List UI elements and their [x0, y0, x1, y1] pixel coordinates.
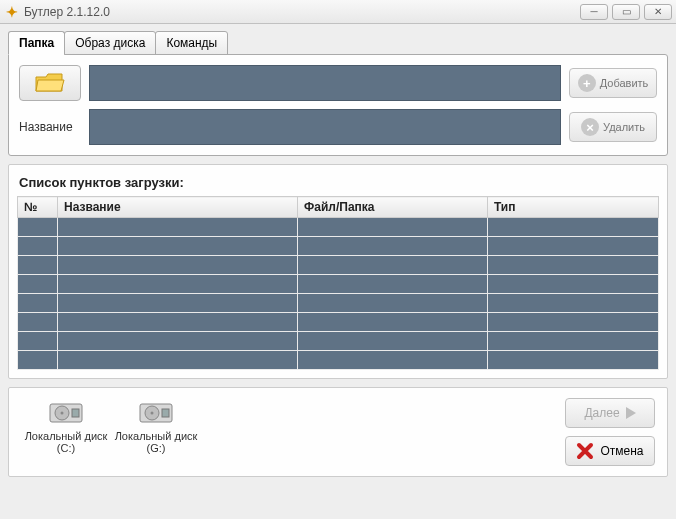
cancel-button[interactable]: Отмена	[565, 436, 655, 466]
hdd-icon	[138, 398, 174, 426]
table-row[interactable]	[18, 313, 659, 332]
delete-button[interactable]: × Удалить	[569, 112, 657, 142]
disk-g[interactable]: Локальный диск (G:)	[111, 398, 201, 454]
close-button[interactable]: ✕	[644, 4, 672, 20]
browse-folder-button[interactable]	[19, 65, 81, 101]
delete-icon: ×	[581, 118, 599, 136]
tab-commands[interactable]: Команды	[155, 31, 228, 55]
name-label: Название	[19, 120, 81, 134]
svg-rect-7	[162, 409, 169, 417]
name-input[interactable]	[89, 109, 561, 145]
next-button-label: Далее	[584, 406, 619, 420]
maximize-button[interactable]: ▭	[612, 4, 640, 20]
main-panel: + Добавить Название × Удалить	[8, 54, 668, 156]
app-icon: ✦	[4, 4, 20, 20]
header-type[interactable]: Тип	[488, 197, 659, 218]
disk-label: Локальный диск (G:)	[111, 430, 201, 454]
cancel-button-label: Отмена	[600, 444, 643, 458]
add-button[interactable]: + Добавить	[569, 68, 657, 98]
header-file[interactable]: Файл/Папка	[298, 197, 488, 218]
svg-point-6	[151, 412, 154, 415]
boot-list-table[interactable]: № Название Файл/Папка Тип	[17, 196, 659, 370]
table-row[interactable]	[18, 332, 659, 351]
table-row[interactable]	[18, 351, 659, 370]
disks-group: Локальный диск (C:) Локальный диск (G:) …	[8, 387, 668, 477]
add-icon: +	[578, 74, 596, 92]
list-group: Список пунктов загрузки: № Название Файл…	[8, 164, 668, 379]
minimize-button[interactable]: ─	[580, 4, 608, 20]
folder-icon	[34, 71, 66, 95]
add-button-label: Добавить	[600, 77, 649, 89]
titlebar: ✦ Бутлер 2.1.12.0 ─ ▭ ✕	[0, 0, 676, 24]
tab-bar: Папка Образ диска Команды	[8, 31, 668, 55]
tab-disk-image[interactable]: Образ диска	[64, 31, 156, 55]
table-row[interactable]	[18, 256, 659, 275]
cancel-icon	[576, 442, 594, 460]
list-title: Список пунктов загрузки:	[19, 175, 659, 190]
delete-button-label: Удалить	[603, 121, 645, 133]
table-row[interactable]	[18, 237, 659, 256]
hdd-icon	[48, 398, 84, 426]
disk-label: Локальный диск (C:)	[21, 430, 111, 454]
header-name[interactable]: Название	[58, 197, 298, 218]
tab-folder[interactable]: Папка	[8, 31, 65, 55]
arrow-right-icon	[626, 407, 636, 419]
window-title: Бутлер 2.1.12.0	[24, 5, 110, 19]
svg-rect-3	[72, 409, 79, 417]
disk-c[interactable]: Локальный диск (C:)	[21, 398, 111, 454]
svg-point-2	[61, 412, 64, 415]
table-row[interactable]	[18, 275, 659, 294]
path-input[interactable]	[89, 65, 561, 101]
header-num[interactable]: №	[18, 197, 58, 218]
table-row[interactable]	[18, 218, 659, 237]
table-row[interactable]	[18, 294, 659, 313]
next-button[interactable]: Далее	[565, 398, 655, 428]
